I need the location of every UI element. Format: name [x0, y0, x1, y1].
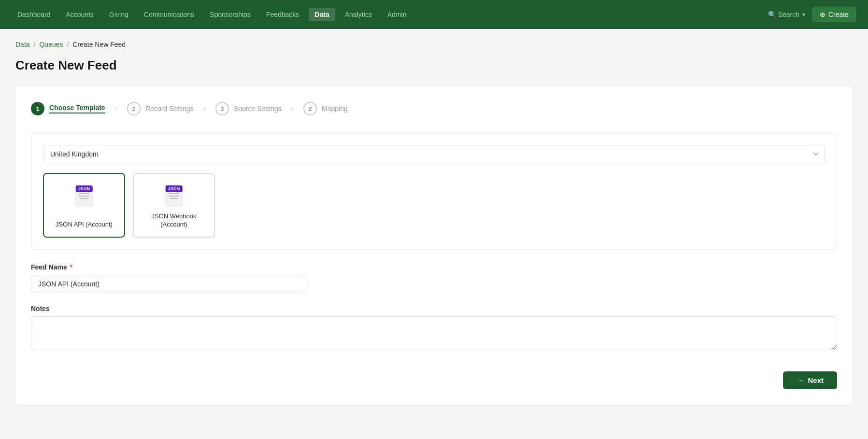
step-4-wrapper: 2 Mapping [303, 102, 348, 115]
step-3-wrapper: 3 Source Settings [215, 102, 282, 115]
country-dropdown[interactable]: United Kingdom United States Australia C… [43, 145, 825, 163]
nav-analytics[interactable]: Analytics [339, 8, 378, 21]
template-cards: JSON JSON API (Account) JSON [43, 173, 825, 238]
nav-dashboard[interactable]: Dashboard [12, 8, 57, 21]
create-label: Create [828, 11, 849, 18]
template-icon-json-api: JSON [70, 184, 99, 208]
notes-textarea[interactable] [31, 316, 837, 350]
footer-actions: → Next [31, 364, 837, 389]
nav-admin[interactable]: Admin [382, 8, 413, 21]
step-3: 3 Source Settings [215, 102, 282, 115]
next-button[interactable]: → Next [783, 371, 837, 389]
search-button[interactable]: 🔍 Search ▼ [768, 11, 806, 18]
notes-group: Notes [31, 305, 837, 352]
breadcrumb-data[interactable]: Data [15, 41, 30, 48]
main-card: 1 Choose Template › 2 Record Settings › … [15, 86, 853, 405]
json-api-badge: JSON [76, 185, 93, 192]
step-1-wrapper: 1 Choose Template [31, 102, 105, 115]
nav-sponsorships[interactable]: Sponsorships [204, 8, 256, 21]
step-4-circle: 2 [303, 102, 317, 115]
step-4: 2 Mapping [303, 102, 348, 115]
feed-name-label: Feed Name * [31, 263, 837, 271]
breadcrumb-sep-1: / [34, 41, 36, 48]
step-arrow-1: › [115, 104, 117, 113]
breadcrumb: Data / Queues / Create New Feed [15, 41, 853, 48]
nav-communications[interactable]: Communications [138, 8, 200, 21]
top-nav: Dashboard Accounts Giving Communications… [0, 0, 868, 29]
step-1-circle: 1 [31, 102, 44, 115]
nav-data[interactable]: Data [309, 8, 335, 21]
webhook-line-2 [169, 196, 179, 197]
search-icon: 🔍 [768, 11, 776, 18]
nav-accounts[interactable]: Accounts [60, 8, 100, 21]
next-label: Next [808, 376, 824, 384]
template-label-json-api: JSON API (Account) [56, 221, 113, 229]
step-2: 2 Record Settings [127, 102, 194, 115]
step-2-label[interactable]: Record Settings [145, 105, 194, 113]
breadcrumb-queues[interactable]: Queues [39, 41, 63, 48]
webhook-line-1 [169, 193, 179, 194]
doc-line-1 [79, 193, 89, 194]
main-content: Data / Queues / Create New Feed Create N… [0, 29, 868, 416]
template-label-json-webhook: JSON Webhook (Account) [142, 212, 206, 229]
step-1: 1 Choose Template [31, 102, 105, 115]
page-title: Create New Feed [15, 58, 853, 73]
nav-links: Dashboard Accounts Giving Communications… [12, 8, 412, 21]
doc-line-3 [80, 198, 88, 199]
template-icon-json-webhook: JSON [159, 184, 188, 208]
template-card-json-webhook[interactable]: JSON JSON Webhook (Account) [133, 173, 215, 238]
json-webhook-badge: JSON [166, 185, 183, 192]
step-2-circle: 2 [127, 102, 141, 115]
template-card-json-api[interactable]: JSON JSON API (Account) [43, 173, 125, 238]
stepper: 1 Choose Template › 2 Record Settings › … [31, 102, 837, 115]
breadcrumb-sep-2: / [67, 41, 69, 48]
step-2-wrapper: 2 Record Settings [127, 102, 194, 115]
doc-line-2 [79, 196, 89, 197]
nav-feedbacks[interactable]: Feedbacks [260, 8, 305, 21]
arrow-right-icon: → [797, 376, 804, 384]
step-arrow-2: › [203, 104, 206, 113]
json-webhook-doc-icon: JSON [165, 184, 183, 207]
json-api-doc-icon: JSON [75, 184, 93, 207]
nav-right: 🔍 Search ▼ ⊕ Create [768, 7, 856, 22]
plus-circle-icon: ⊕ [820, 11, 825, 18]
nav-giving[interactable]: Giving [103, 8, 134, 21]
template-selector-area: United Kingdom United States Australia C… [31, 133, 837, 250]
breadcrumb-current: Create New Feed [72, 41, 126, 48]
feed-name-input[interactable] [31, 275, 306, 293]
feed-name-label-text: Feed Name [31, 263, 67, 271]
webhook-line-3 [170, 198, 178, 199]
create-button[interactable]: ⊕ Create [812, 7, 856, 22]
notes-label: Notes [31, 305, 837, 312]
step-3-label[interactable]: Source Settings [234, 105, 282, 113]
search-label: Search [778, 11, 799, 18]
feed-name-group: Feed Name * [31, 263, 837, 293]
step-3-circle: 3 [215, 102, 229, 115]
required-star: * [68, 263, 72, 271]
step-arrow-3: › [291, 104, 294, 113]
step-4-label[interactable]: Mapping [322, 105, 348, 113]
step-1-label[interactable]: Choose Template [49, 104, 105, 113]
chevron-down-icon: ▼ [801, 12, 806, 17]
